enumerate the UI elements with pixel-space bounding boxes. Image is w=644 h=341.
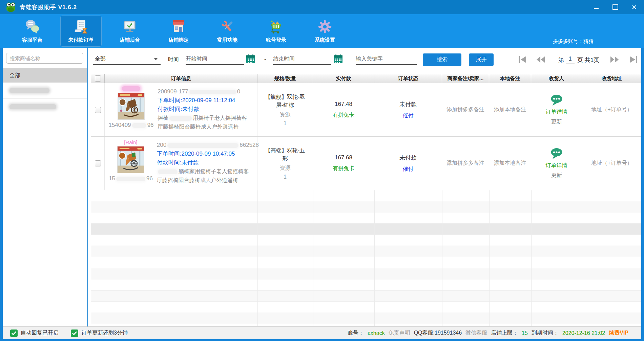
close-icon[interactable]: ✕ (630, 3, 639, 12)
page-prefix: 第 (558, 56, 564, 64)
shop-item-redacted[interactable] (3, 83, 87, 99)
calendar-icon[interactable] (333, 54, 343, 64)
address-placeholder: 地址（+订单号） (582, 137, 641, 190)
page-number-input[interactable] (566, 54, 575, 64)
tab-unpaid-orders[interactable]: 未付款订单 (60, 16, 102, 47)
add-merchant-note-link[interactable]: 添加拼多多备注 (442, 137, 489, 190)
pay-time: 付款时间:未付款 (158, 105, 247, 114)
redaction-blur (169, 116, 192, 121)
order-number: 200662528 (157, 141, 259, 150)
add-local-note-link[interactable]: 添加本地备注 (489, 83, 531, 136)
shop-sidebar: 全部 (3, 48, 87, 326)
shop-item-redacted[interactable] (3, 99, 87, 115)
col-paid-amount: 实付款 (313, 74, 374, 83)
next-page-icon[interactable] (610, 55, 619, 64)
spec-source: 资源 (280, 165, 291, 172)
start-time-input[interactable] (186, 53, 244, 65)
unpaid-orders-icon (73, 19, 89, 35)
select-all-checkbox[interactable] (95, 75, 101, 82)
shop-limit-value: 15 (522, 330, 528, 336)
chat-bubble-icon[interactable] (550, 94, 563, 106)
tab-label: 店铺后台 (120, 37, 140, 43)
expire-value: 2020-12-16 21:02 (562, 330, 605, 336)
chat-bubbles-icon (24, 19, 40, 35)
product-title-line2: 厅藤摇椅阳台藤椅成人户外逍遥椅 (157, 176, 259, 185)
product-title-line2: 厅藤摇椅阳台藤椅成人户外逍遥椅 (158, 122, 247, 131)
table-row: 154040996 200909-1770 下单时间:2020-09-09 11… (91, 83, 641, 137)
chat-bubble-icon[interactable] (550, 148, 563, 159)
tab-customer-service[interactable]: 客服平台 (12, 16, 53, 47)
expand-button[interactable]: 展开 (469, 53, 494, 66)
update-link[interactable]: 更新 (551, 172, 562, 179)
pdd-account-label: 拼多多账号：猪猪 (553, 38, 594, 45)
col-order-info: 订单信息 (105, 74, 257, 83)
last-page-icon[interactable] (629, 55, 638, 64)
tab-shop-bind[interactable]: 店铺绑定 (158, 16, 199, 47)
row-checkbox[interactable] (95, 107, 101, 113)
spec-quantity: 1 (284, 174, 287, 180)
tab-common-functions[interactable]: 常用功能 (207, 16, 248, 47)
tab-label: 常用功能 (217, 37, 237, 43)
account-label: 账号： (348, 329, 364, 337)
product-title-line1: 摇椅用摇椅子老人摇摇椅客 (158, 114, 247, 122)
col-receiver: 收货人 (531, 74, 582, 83)
renew-vip-link[interactable]: 续费VIP (609, 329, 628, 337)
keyword-input[interactable] (356, 53, 417, 65)
redaction-blur (158, 169, 178, 174)
end-time-input[interactable] (273, 53, 331, 65)
calendar-icon[interactable] (246, 54, 255, 64)
dropdown-value: 全部 (95, 55, 106, 63)
title-bar: 青蛙客服助手 V1.6.2 ✕ (0, 0, 644, 14)
row-checkbox[interactable] (95, 160, 101, 166)
account-value: axhack (368, 330, 385, 336)
redaction-blur (189, 90, 236, 94)
product-id: 154040996 (108, 122, 153, 129)
product-id: 1596 (109, 175, 153, 182)
urge-pay-link[interactable]: 催付 (403, 112, 414, 119)
auto-reply-label: 自动回复已开启 (21, 329, 59, 337)
order-time: 下单时间:2020-09-09 10:47:05 (157, 150, 259, 158)
minimize-icon[interactable] (592, 3, 601, 12)
update-link[interactable]: 更新 (551, 118, 562, 126)
redaction-blur (132, 123, 146, 128)
search-button[interactable]: 搜索 (423, 53, 461, 66)
pay-time: 付款时间:未付款 (157, 158, 259, 167)
add-local-note-link[interactable]: 添加本地备注 (489, 137, 531, 190)
wechat-service-link[interactable]: 微信客服 (465, 329, 487, 337)
time-label: 时间 (168, 56, 179, 63)
maximize-icon[interactable] (611, 3, 620, 12)
urge-pay-link[interactable]: 催付 (403, 166, 414, 173)
order-update-checkbox[interactable] (71, 329, 78, 337)
tab-shop-backend[interactable]: 店铺后台 (109, 16, 150, 47)
product-image[interactable] (117, 146, 144, 173)
check-icon (72, 331, 77, 335)
order-detail-link[interactable]: 订单详情 (546, 109, 567, 116)
tab-label: 店铺绑定 (168, 37, 189, 43)
chevron-down-icon (154, 58, 158, 60)
shop-item-all[interactable]: 全部 (3, 68, 87, 83)
tab-label: 账号登录 (266, 37, 286, 43)
tab-system-settings[interactable]: 系统设置 (304, 16, 346, 47)
disclaimer-link[interactable]: 免责声明 (389, 329, 410, 337)
shop-search-input[interactable] (6, 53, 83, 64)
product-image[interactable] (118, 93, 145, 120)
paid-amount: 167.48 (335, 101, 352, 108)
product-title-line1: 躺椅家用摇椅子老人摇摇椅客 (157, 167, 259, 176)
toolbar: 客服平台 未付款订单 店铺后台 (0, 14, 644, 48)
redacted-shop-name (9, 88, 49, 93)
tab-account-login[interactable]: 账号登录 (255, 16, 297, 47)
tab-label: 未付款订单 (68, 37, 94, 43)
range-separator: - (264, 56, 266, 62)
auto-reply-checkbox[interactable] (10, 329, 18, 337)
table-header: 订单信息 规格/数量 实付款 订单状态 商家备注/卖家... 本地备注 收货人 … (91, 74, 641, 83)
order-detail-link[interactable]: 订单详情 (546, 162, 567, 169)
prev-page-icon[interactable] (536, 55, 545, 64)
order-type-dropdown[interactable]: 全部 (93, 53, 161, 65)
tab-label: 客服平台 (22, 37, 42, 43)
add-merchant-note-link[interactable]: 添加拼多多备注 (442, 83, 489, 136)
order-status: 未付款 (399, 100, 417, 108)
spec-value: 【旗舰】双轮-双层-红棕 (263, 93, 308, 109)
shop-limit-label: 店铺上限： (491, 329, 518, 337)
first-page-icon[interactable] (518, 55, 527, 64)
spec-value: 【高端】双轮-五彩 (263, 146, 308, 163)
